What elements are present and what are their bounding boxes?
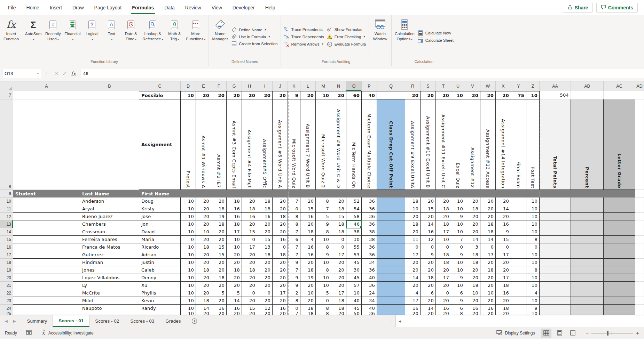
share-button[interactable]: Share bbox=[563, 3, 593, 13]
cell-B8[interactable] bbox=[80, 99, 139, 190]
cell-L18[interactable]: 20 bbox=[300, 259, 316, 266]
cell-N24[interactable]: 18 bbox=[331, 305, 346, 312]
cell-Q19[interactable] bbox=[377, 266, 405, 274]
cell-Q13[interactable] bbox=[377, 220, 405, 228]
cell-P16[interactable]: 36 bbox=[362, 243, 377, 251]
cell-B25[interactable] bbox=[80, 312, 139, 315]
cell-Y20[interactable] bbox=[511, 274, 526, 282]
ribbon-tab-formulas[interactable]: Formulas bbox=[127, 0, 159, 15]
column-header-E[interactable]: E bbox=[196, 81, 211, 91]
cell-AD15[interactable] bbox=[635, 236, 644, 243]
cell-AB20[interactable] bbox=[571, 274, 604, 282]
row-header-14[interactable]: 14 bbox=[0, 228, 13, 236]
cell-Y8[interactable]: Final Exam bbox=[511, 99, 526, 190]
cell-G7[interactable]: 20 bbox=[227, 91, 242, 99]
cell-C23[interactable]: Kevin bbox=[139, 297, 181, 305]
cell-A13[interactable] bbox=[13, 220, 80, 228]
cell-U17[interactable]: 9 bbox=[451, 251, 465, 259]
cell-N10[interactable]: 20 bbox=[331, 197, 346, 205]
cell-K11[interactable]: 0 bbox=[288, 205, 300, 213]
ribbon-tab-draw[interactable]: Draw bbox=[67, 0, 89, 15]
cell-Z18[interactable]: 10 bbox=[526, 259, 540, 266]
cell-AC19[interactable] bbox=[604, 266, 635, 274]
cell-J18[interactable]: 20 bbox=[273, 259, 288, 266]
cell-AB12[interactable] bbox=[571, 213, 604, 220]
cell-Q17[interactable] bbox=[377, 251, 405, 259]
cell-H16[interactable]: 17 bbox=[242, 243, 257, 251]
cell-G18[interactable]: 20 bbox=[227, 259, 242, 266]
cell-C25[interactable] bbox=[139, 312, 181, 315]
cell-Z11[interactable]: 10 bbox=[526, 205, 540, 213]
cell-A24[interactable] bbox=[13, 305, 80, 312]
cell-D10[interactable]: 10 bbox=[181, 197, 196, 205]
cell-X15[interactable]: 15 bbox=[496, 236, 511, 243]
cell-P20[interactable]: 40 bbox=[362, 274, 377, 282]
cell-H23[interactable]: 20 bbox=[242, 297, 257, 305]
row-header-8[interactable]: 8 bbox=[0, 99, 13, 190]
cell-K7[interactable]: 9 bbox=[288, 91, 300, 99]
cell-Y22[interactable] bbox=[511, 289, 526, 297]
cell-D23[interactable]: 10 bbox=[181, 297, 196, 305]
cell-J16[interactable]: 0 bbox=[273, 243, 288, 251]
cell-H8[interactable]: Assignment #4 File Mgt bbox=[242, 99, 257, 190]
cell-N16[interactable]: 0 bbox=[331, 243, 346, 251]
cell-M20[interactable]: 10 bbox=[316, 274, 331, 282]
cell-G14[interactable]: 17 bbox=[227, 228, 242, 236]
cell-N13[interactable]: 18 bbox=[331, 220, 346, 228]
cell-R19[interactable]: 20 bbox=[405, 266, 421, 274]
cell-G25[interactable]: 20 bbox=[227, 312, 242, 315]
column-header-AC[interactable]: AC bbox=[604, 81, 635, 91]
remove-arrows-button[interactable]: Remove Arrows ▾ bbox=[284, 41, 324, 47]
cell-J10[interactable]: 20 bbox=[273, 197, 288, 205]
cell-B20[interactable]: Lopez Villalobos bbox=[80, 274, 139, 282]
cell-AC14[interactable] bbox=[604, 228, 635, 236]
column-header-R[interactable]: R bbox=[405, 81, 421, 91]
cell-AD18[interactable] bbox=[635, 259, 644, 266]
cell-R16[interactable]: 0 bbox=[405, 243, 421, 251]
cell-R24[interactable]: 16 bbox=[405, 305, 421, 312]
cell-W24[interactable]: 16 bbox=[480, 305, 496, 312]
cell-AB17[interactable] bbox=[571, 251, 604, 259]
insert-function-button[interactable]: fx Insert Function bbox=[1, 16, 21, 57]
cell-Q22[interactable] bbox=[377, 289, 405, 297]
cell-M15[interactable]: 10 bbox=[316, 236, 331, 243]
cell-L24[interactable]: 18 bbox=[300, 305, 316, 312]
more-functions-button[interactable]: ••• More Functions▾ bbox=[184, 16, 207, 57]
cell-Z21[interactable]: 10 bbox=[526, 282, 540, 289]
cell-I8[interactable]: Assignment#5 Offic bbox=[257, 99, 273, 190]
cell-I21[interactable]: 20 bbox=[257, 282, 273, 289]
cell-I14[interactable]: 20 bbox=[257, 228, 273, 236]
cell-Z13[interactable]: 10 bbox=[526, 220, 540, 228]
cell-R7[interactable]: 20 bbox=[405, 91, 421, 99]
calculate-sheet-button[interactable]: Calculate Sheet bbox=[418, 38, 454, 43]
cell-B14[interactable]: Crossman bbox=[80, 228, 139, 236]
cell-Z14[interactable]: 10 bbox=[526, 228, 540, 236]
cell-Y16[interactable] bbox=[511, 243, 526, 251]
cell-V17[interactable]: 18 bbox=[465, 251, 480, 259]
cell-W11[interactable]: 20 bbox=[480, 205, 496, 213]
zoom-out-button[interactable]: − bbox=[586, 330, 589, 336]
ribbon-tab-review[interactable]: Review bbox=[180, 0, 206, 15]
cell-S12[interactable]: 20 bbox=[421, 213, 436, 220]
cell-B13[interactable]: Chambers bbox=[80, 220, 139, 228]
cell-O22[interactable]: 10 bbox=[346, 289, 362, 297]
cell-G15[interactable]: 10 bbox=[227, 236, 242, 243]
cell-N8[interactable]: Assignment #8 Word Unit C & D bbox=[331, 99, 346, 190]
cell-O23[interactable]: 40 bbox=[346, 297, 362, 305]
cell-W16[interactable]: 0 bbox=[480, 243, 496, 251]
cell-Q25[interactable] bbox=[377, 312, 405, 315]
cell-AC8[interactable]: Letter Grade bbox=[604, 99, 635, 190]
cell-W15[interactable]: 14 bbox=[480, 236, 496, 243]
lookup-reference-button[interactable]: Lookup & Reference▾ bbox=[141, 16, 165, 57]
cell-A12[interactable] bbox=[13, 213, 80, 220]
cell-G22[interactable]: 5 bbox=[227, 289, 242, 297]
cell-A8[interactable] bbox=[13, 99, 80, 190]
cell-O11[interactable]: 54 bbox=[346, 205, 362, 213]
cell-R18[interactable]: 20 bbox=[405, 259, 421, 266]
cell-B12[interactable]: Bueno Juarez bbox=[80, 213, 139, 220]
cell-C18[interactable]: Justin bbox=[139, 259, 181, 266]
cell-S24[interactable]: 14 bbox=[421, 305, 436, 312]
cell-S7[interactable]: 20 bbox=[421, 91, 436, 99]
cell-B11[interactable]: Aryal bbox=[80, 205, 139, 213]
cell-K15[interactable]: 6 bbox=[288, 236, 300, 243]
